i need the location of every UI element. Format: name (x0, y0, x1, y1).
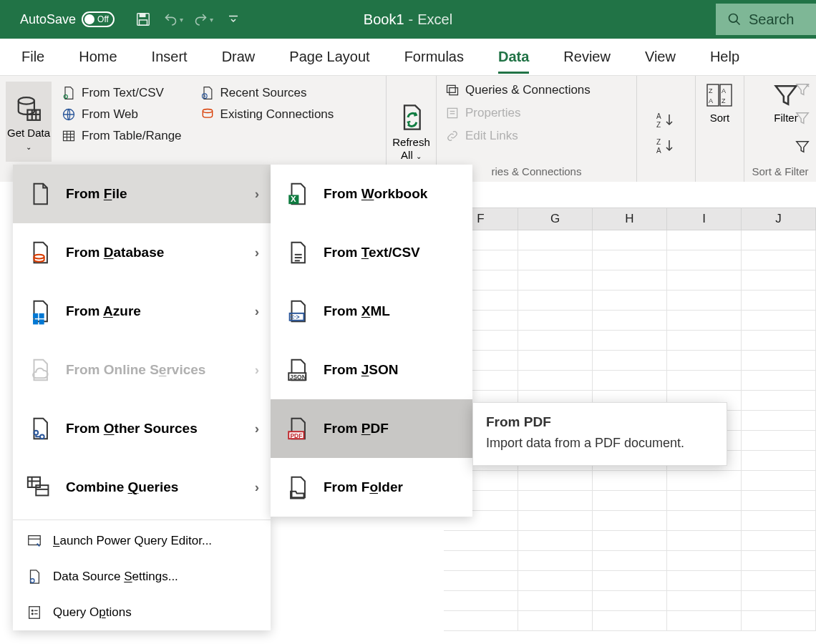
reapply-icon[interactable] (795, 110, 810, 126)
cell[interactable] (667, 311, 742, 331)
cell[interactable] (593, 571, 667, 591)
submenu-from-text-csv[interactable]: From Text/CSV (271, 223, 472, 282)
cell[interactable] (518, 270, 593, 291)
cell[interactable] (667, 230, 742, 250)
get-data-button[interactable]: Get Data ⌄ (6, 82, 52, 162)
cell[interactable] (667, 611, 742, 631)
from-table-range-button[interactable]: From Table/Range (62, 129, 182, 143)
sort-button[interactable]: ZAAZ Sort (706, 82, 734, 124)
column-header[interactable]: H (593, 208, 667, 230)
cell[interactable] (667, 471, 742, 491)
column-header[interactable]: J (742, 208, 816, 230)
cell[interactable] (742, 551, 816, 571)
undo-button[interactable]: ▾ (163, 9, 183, 29)
cell[interactable] (518, 371, 593, 391)
queries-connections-button[interactable]: Queries & Connections (445, 83, 636, 97)
cell[interactable] (667, 531, 742, 551)
from-text-csv-button[interactable]: From Text/CSV (62, 86, 182, 100)
autosave-toggle[interactable]: AutoSave Off (20, 11, 115, 27)
tab-view[interactable]: View (645, 46, 676, 68)
search-input[interactable]: Search (716, 4, 816, 35)
cell[interactable] (518, 471, 593, 491)
sort-desc-button[interactable]: ZA (656, 137, 676, 155)
refresh-all-button[interactable]: Refresh All ⌄ (387, 102, 436, 162)
cell[interactable] (444, 591, 518, 611)
submenu-from-xml[interactable]: <·> From XML (271, 282, 472, 341)
tab-file[interactable]: File (21, 46, 44, 68)
cell[interactable] (667, 491, 742, 511)
redo-button[interactable]: ▾ (193, 9, 213, 29)
cell[interactable] (742, 250, 816, 270)
clear-filter-icon[interactable] (795, 82, 810, 97)
cell[interactable] (742, 411, 816, 431)
tab-formulas[interactable]: Formulas (404, 46, 464, 68)
tab-draw[interactable]: Draw (222, 46, 256, 68)
submenu-from-pdf[interactable]: PDF From PDF (271, 399, 472, 458)
cell[interactable] (518, 551, 593, 571)
cell[interactable] (518, 331, 593, 351)
cell[interactable] (518, 291, 593, 311)
menu-from-azure[interactable]: From Azure › (13, 282, 271, 341)
tab-insert[interactable]: Insert (152, 46, 188, 68)
customize-qat-button[interactable] (223, 9, 243, 29)
toggle-switch[interactable]: Off (82, 11, 115, 27)
cell[interactable] (593, 511, 667, 531)
save-button[interactable] (133, 9, 153, 29)
submenu-from-workbook[interactable]: X From Workbook (271, 165, 472, 223)
cell[interactable] (593, 351, 667, 371)
cell[interactable] (518, 571, 593, 591)
cell[interactable] (742, 451, 816, 471)
cell[interactable] (667, 591, 742, 611)
advanced-icon[interactable] (795, 139, 810, 155)
cell[interactable] (742, 331, 816, 351)
cell[interactable] (667, 331, 742, 351)
cell[interactable] (742, 611, 816, 631)
cell[interactable] (667, 511, 742, 531)
cell[interactable] (742, 531, 816, 551)
cell[interactable] (593, 611, 667, 631)
cell[interactable] (518, 351, 593, 371)
cell[interactable] (742, 311, 816, 331)
menu-from-database[interactable]: From Database › (13, 223, 271, 282)
cell[interactable] (667, 371, 742, 391)
cell[interactable] (593, 331, 667, 351)
menu-query-options[interactable]: Query Options (13, 595, 271, 630)
menu-from-other-sources[interactable]: From Other Sources › (13, 399, 271, 458)
menu-launch-power-query[interactable]: Launch Power Query Editor... (13, 523, 271, 559)
cell[interactable] (593, 531, 667, 551)
tab-home[interactable]: Home (79, 46, 117, 68)
cell[interactable] (518, 230, 593, 250)
cell[interactable] (593, 551, 667, 571)
column-header[interactable]: I (667, 208, 742, 230)
cell[interactable] (742, 291, 816, 311)
cell[interactable] (593, 371, 667, 391)
cell[interactable] (518, 311, 593, 331)
cell[interactable] (742, 351, 816, 371)
cell[interactable] (667, 250, 742, 270)
menu-data-source-settings[interactable]: Data Source Settings... (13, 559, 271, 595)
tab-help[interactable]: Help (710, 46, 739, 68)
cell[interactable] (742, 270, 816, 291)
cell[interactable] (593, 491, 667, 511)
tab-page-layout[interactable]: Page Layout (289, 46, 369, 68)
cell[interactable] (518, 511, 593, 531)
cell[interactable] (742, 571, 816, 591)
cell[interactable] (518, 531, 593, 551)
submenu-from-json[interactable]: JSON From JSON (271, 341, 472, 399)
cell[interactable] (593, 471, 667, 491)
cell[interactable] (742, 511, 816, 531)
cell[interactable] (518, 591, 593, 611)
cell[interactable] (742, 230, 816, 250)
column-header[interactable]: G (518, 208, 593, 230)
from-web-button[interactable]: From Web (62, 107, 182, 122)
cell[interactable] (667, 291, 742, 311)
cell[interactable] (667, 270, 742, 291)
cell[interactable] (742, 491, 816, 511)
cell[interactable] (742, 391, 816, 411)
cell[interactable] (742, 471, 816, 491)
tab-review[interactable]: Review (563, 46, 611, 68)
cell[interactable] (667, 351, 742, 371)
sort-asc-button[interactable]: AZ (656, 112, 676, 129)
cell[interactable] (444, 531, 518, 551)
cell[interactable] (518, 491, 593, 511)
